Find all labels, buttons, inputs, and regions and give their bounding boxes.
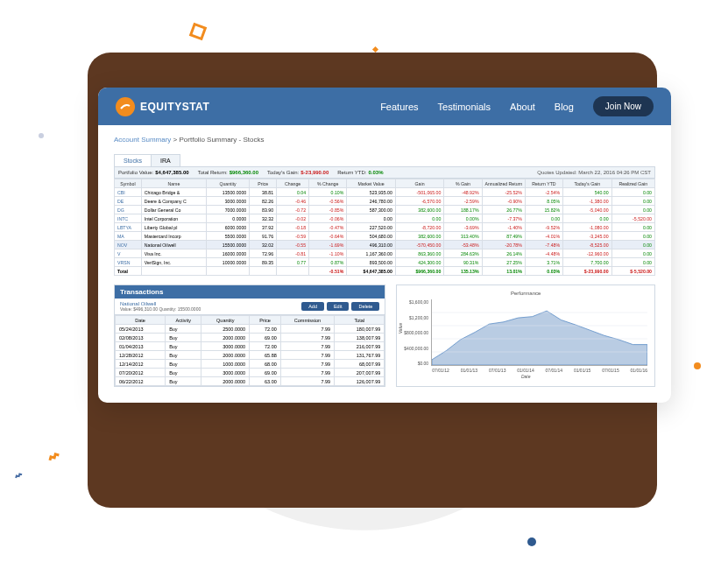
portfolio-summary-bar: Portfolio Value: $4,647,385.00 Total Ret… — [114, 167, 655, 179]
col-header[interactable]: Commission — [280, 316, 334, 325]
logo[interactable]: EQUITYSTAT — [116, 97, 209, 116]
table-row[interactable]: 12/28/2012Buy2000.000065.887.99131,767.9… — [116, 351, 385, 360]
transactions-panel: Transactions National Oilwell Value: $49… — [114, 284, 385, 387]
col-header[interactable]: % Gain — [444, 179, 482, 188]
col-header[interactable]: Symbol — [115, 179, 142, 188]
table-row[interactable]: DGDollar General Co7000.000083.90-0.72-0… — [115, 206, 655, 214]
col-header[interactable]: Gain — [395, 179, 444, 188]
table-row[interactable]: 02/08/2013Buy2000.000069.007.99138,007.9… — [116, 334, 385, 342]
table-row[interactable]: 01/04/2013Buy3000.000072.007.99216,007.9… — [116, 342, 385, 351]
table-row[interactable]: LBTYALiberty Global pl6000.000037.92-0.1… — [115, 223, 655, 232]
table-row[interactable]: VRSNVeriSign, Inc.10000.000089.350.770.8… — [115, 258, 655, 267]
col-header[interactable]: Activity — [166, 316, 201, 325]
quotes-updated: Quotes Updated: March 22, 2016 04:26 PM … — [537, 170, 651, 175]
nav-about[interactable]: About — [510, 102, 535, 112]
col-header[interactable]: Annualized Return — [482, 179, 525, 188]
chart-title: Performance — [404, 291, 647, 296]
return-ytd: 0.03% — [368, 170, 383, 175]
table-row[interactable]: 06/22/2012Buy2000.000063.007.99126,007.9… — [116, 377, 385, 386]
total-return: $966,360.00 — [230, 170, 258, 175]
totals-row: Total-0.51%$4,647,385.00$966,360.00135.1… — [115, 267, 655, 276]
col-header[interactable]: Change — [277, 179, 309, 188]
table-row[interactable]: NOVNational Oilwell15500.000032.02-0.55-… — [115, 241, 655, 249]
tab-ira[interactable]: IRA — [152, 154, 180, 166]
portfolio-value: $4,647,385.00 — [155, 170, 188, 175]
delete-button[interactable]: Delete — [351, 302, 379, 311]
nav-links: Features Testimonials About Blog Join No… — [380, 96, 654, 116]
tab-stocks[interactable]: Stocks — [114, 154, 152, 166]
transactions-meta: Value: $496,310.00 Quantity: 15500.0000 — [120, 306, 201, 312]
performance-panel: Value Performance $1,600,00$1,200,00$800… — [396, 284, 655, 387]
table-row[interactable]: 12/14/2012Buy1000.000068.007.9968,007.99 — [116, 360, 385, 369]
col-header[interactable]: Name — [141, 179, 206, 188]
col-header[interactable]: % Change — [309, 179, 347, 188]
breadcrumb-root[interactable]: Account Summary — [114, 136, 171, 144]
brand-name: EQUITYSTAT — [140, 101, 209, 113]
col-header[interactable]: Quantity — [201, 316, 250, 325]
col-header[interactable]: Date — [116, 316, 166, 325]
table-row[interactable]: INTCIntel Corporation0.000032.32-0.02-0.… — [115, 214, 655, 223]
performance-chart — [431, 299, 647, 366]
join-now-button[interactable]: Join Now — [593, 96, 654, 116]
col-header[interactable]: Quantity — [206, 179, 249, 188]
nav-testimonials[interactable]: Testimonials — [438, 102, 491, 112]
col-header[interactable]: Today's Gain — [563, 179, 612, 188]
col-header[interactable]: Return YTD — [525, 179, 562, 188]
todays-gain: $-23,990.00 — [300, 170, 329, 175]
breadcrumb-current: Portfolio Summary - Stocks — [179, 136, 264, 144]
table-row[interactable]: 05/24/2013Buy2500.000072.007.99180,007.9… — [116, 325, 385, 334]
table-row[interactable]: VVisa Inc.16000.000072.96-0.81-1.10%1,16… — [115, 249, 655, 258]
col-header[interactable]: Total — [335, 316, 385, 325]
navbar: EQUITYSTAT Features Testimonials About B… — [98, 88, 671, 125]
account-tabs: Stocks IRA — [114, 154, 655, 167]
table-row[interactable]: DEDeere & Company C3000.000082.26-0.46-0… — [115, 197, 655, 206]
table-row[interactable]: 07/20/2012Buy3000.000069.007.99207,007.9… — [116, 369, 385, 377]
col-header[interactable]: Price — [250, 316, 281, 325]
nav-features[interactable]: Features — [380, 102, 418, 112]
add-button[interactable]: Add — [301, 302, 324, 311]
transactions-title: Transactions — [115, 285, 385, 299]
breadcrumb: Account Summary > Portfolio Summary - St… — [114, 136, 655, 144]
app-window: EQUITYSTAT Features Testimonials About B… — [98, 88, 671, 403]
col-header[interactable]: Price — [250, 179, 277, 188]
edit-button[interactable]: Edit — [327, 302, 349, 311]
transactions-table: DateActivityQuantityPriceCommissionTotal… — [115, 315, 385, 386]
stocks-table: SymbolNameQuantityPriceChange% ChangeMar… — [114, 179, 655, 276]
col-header[interactable]: Realized Gain — [611, 179, 654, 188]
nav-blog[interactable]: Blog — [555, 102, 574, 112]
logo-icon — [116, 97, 135, 116]
table-row[interactable]: CBIChicago Bridge &13500.000038.810.040.… — [115, 188, 655, 197]
col-header[interactable]: Market Value — [347, 179, 396, 188]
table-row[interactable]: MAMastercard Incorp5500.000091.76-0.59-0… — [115, 232, 655, 241]
